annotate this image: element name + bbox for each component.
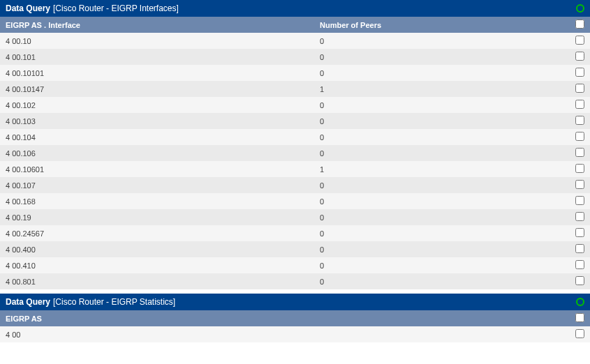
column-header-peers: Number of Peers (320, 21, 572, 29)
cell-peers: 0 (320, 261, 572, 270)
table-row: 4 00.1060 (0, 145, 590, 161)
row-checkbox[interactable] (575, 68, 584, 77)
cell-peers: 1 (320, 85, 572, 93)
cell-interface: 4 00.102 (6, 101, 320, 109)
cell-interface: 4 00.168 (6, 197, 320, 206)
cell-interface: 4 00.107 (6, 181, 320, 190)
row-checkbox[interactable] (575, 36, 584, 45)
reload-icon[interactable] (576, 4, 584, 13)
column-header-interface: EIGRP AS . Interface (6, 21, 320, 29)
row-checkbox[interactable] (575, 148, 584, 157)
table-row: 4 00.245670 (0, 225, 590, 241)
table-body-eigrp-interfaces: 4 00.1004 00.10104 00.1010104 00.1014714… (0, 33, 590, 289)
table-row: 4 00.1020 (0, 97, 590, 113)
cell-interface: 4 00.19 (6, 213, 320, 222)
row-checkbox[interactable] (575, 276, 584, 285)
row-checkbox[interactable] (575, 329, 584, 338)
table-row: 4 00.8010 (0, 273, 590, 289)
select-all-checkbox[interactable] (575, 20, 584, 29)
cell-peers: 0 (320, 245, 572, 254)
table-row: 4 00.1010 (0, 49, 590, 65)
cell-peers: 0 (320, 53, 572, 61)
cell-peers: 0 (320, 37, 572, 45)
table-row: 4 00.1070 (0, 177, 590, 193)
cell-interface: 4 00.24567 (6, 229, 320, 238)
panel-eigrp-interfaces: Data Query [Cisco Router - EIGRP Interfa… (0, 0, 590, 289)
panel-title-bracket: [Cisco Router - EIGRP Interfaces] (53, 3, 179, 13)
cell-peers: 0 (320, 213, 572, 222)
table-row: 4 00.101471 (0, 81, 590, 97)
panel-title-bracket: [Cisco Router - EIGRP Statistics] (53, 297, 175, 307)
cell-peers: 0 (320, 69, 572, 77)
panel-title-prefix: Data Query (6, 297, 50, 307)
table-body-eigrp-statistics: 4 00 (0, 326, 590, 342)
table-row: 4 00.4000 (0, 241, 590, 257)
cell-peers: 0 (320, 197, 572, 206)
cell-as: 4 00 (6, 331, 572, 339)
panel-eigrp-statistics: Data Query [Cisco Router - EIGRP Statist… (0, 294, 590, 342)
reload-icon[interactable] (576, 298, 584, 306)
cell-interface: 4 00.10601 (6, 165, 320, 174)
panel-title-eigrp-interfaces: Data Query [Cisco Router - EIGRP Interfa… (0, 0, 590, 17)
cell-interface: 4 00.101 (6, 53, 320, 61)
table-row: 4 00.190 (0, 209, 590, 225)
table-row: 4 00.1040 (0, 129, 590, 145)
cell-interface: 4 00.103 (6, 117, 320, 126)
table-row: 4 00.4100 (0, 257, 590, 273)
row-checkbox[interactable] (575, 164, 584, 173)
cell-peers: 0 (320, 133, 572, 142)
row-checkbox[interactable] (575, 84, 584, 93)
row-checkbox[interactable] (575, 116, 584, 125)
cell-interface: 4 00.410 (6, 261, 320, 270)
row-checkbox[interactable] (575, 212, 584, 221)
cell-peers: 0 (320, 229, 572, 238)
row-checkbox[interactable] (575, 100, 584, 109)
cell-peers: 0 (320, 101, 572, 109)
cell-peers: 1 (320, 165, 572, 174)
cell-peers: 0 (320, 181, 572, 190)
row-checkbox[interactable] (575, 132, 584, 141)
row-checkbox[interactable] (575, 52, 584, 61)
table-row: 4 00 (0, 326, 590, 342)
column-header-eigrp-interfaces: EIGRP AS . Interface Number of Peers (0, 17, 590, 33)
row-checkbox[interactable] (575, 180, 584, 189)
row-checkbox[interactable] (575, 244, 584, 253)
cell-interface: 4 00.400 (6, 245, 320, 254)
panel-title-eigrp-statistics: Data Query [Cisco Router - EIGRP Statist… (0, 294, 590, 310)
cell-interface: 4 00.10147 (6, 85, 320, 93)
cell-peers: 0 (320, 278, 572, 286)
table-row: 4 00.106011 (0, 161, 590, 177)
cell-interface: 4 00.106 (6, 149, 320, 158)
row-checkbox[interactable] (575, 260, 584, 269)
table-row: 4 00.100 (0, 33, 590, 49)
cell-interface: 4 00.10 (6, 37, 320, 45)
select-all-checkbox[interactable] (575, 313, 584, 322)
cell-interface: 4 00.104 (6, 133, 320, 142)
cell-peers: 0 (320, 117, 572, 126)
panel-title-prefix: Data Query (6, 3, 50, 13)
table-row: 4 00.1680 (0, 193, 590, 209)
column-header-as: EIGRP AS (6, 314, 572, 323)
table-row: 4 00.1030 (0, 113, 590, 129)
table-row: 4 00.101010 (0, 65, 590, 81)
row-checkbox[interactable] (575, 196, 584, 205)
cell-peers: 0 (320, 149, 572, 158)
cell-interface: 4 00.10101 (6, 69, 320, 77)
row-checkbox[interactable] (575, 228, 584, 237)
cell-interface: 4 00.801 (6, 278, 320, 286)
column-header-eigrp-statistics: EIGRP AS (0, 310, 590, 326)
